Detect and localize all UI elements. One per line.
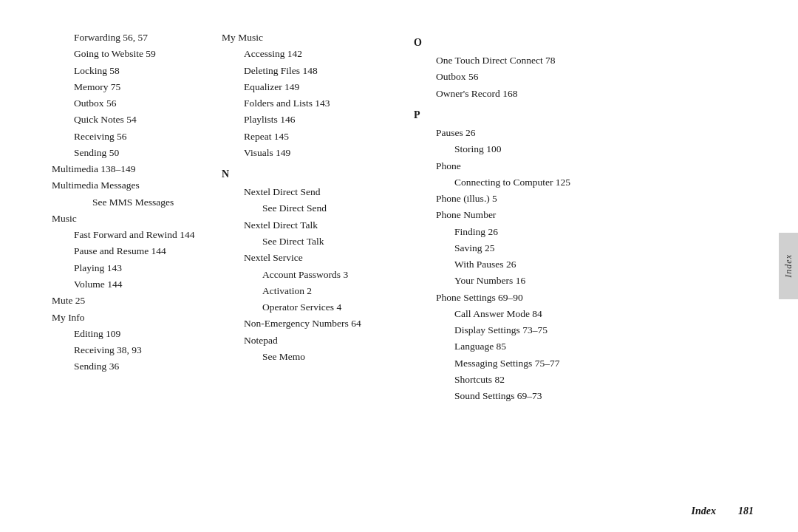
index-entry-sub: Outbox 56 bbox=[414, 69, 606, 85]
index-entry-sub: Folders and Lists 143 bbox=[222, 95, 399, 112]
index-entry-sub: Nextel Direct Talk bbox=[222, 217, 399, 233]
index-entry-sub2: Storing 100 bbox=[414, 141, 606, 157]
index-entry-sub: Memory 75 bbox=[52, 79, 207, 95]
index-entry-sub2: Messaging Settings 75–77 bbox=[414, 355, 606, 372]
index-entry-sub: Visuals 149 bbox=[222, 145, 399, 161]
side-tab-label: Index bbox=[783, 254, 794, 278]
index-entry-sub: Editing 109 bbox=[52, 326, 207, 342]
index-entry-sub: Repeat 145 bbox=[222, 129, 399, 145]
index-entry-main: My Info bbox=[52, 310, 207, 326]
page-footer: Index 181 bbox=[692, 505, 754, 517]
index-entry-sub: Phone Settings 69–90 bbox=[414, 290, 606, 306]
column-1: Forwarding 56, 57Going to Website 59Lock… bbox=[44, 30, 214, 488]
section-letter: N bbox=[222, 166, 399, 183]
index-entry-sub2: See Direct Talk bbox=[222, 233, 399, 250]
index-entry-sub: Going to Website 59 bbox=[52, 46, 207, 62]
column-2: My MusicAccessing 142Deleting Files 148E… bbox=[214, 30, 406, 488]
index-entry-sub: Sending 50 bbox=[52, 145, 207, 161]
index-entry-sub2: Language 85 bbox=[414, 338, 606, 355]
footer-index-label: Index bbox=[692, 505, 716, 517]
index-entry-sub2: Display Settings 73–75 bbox=[414, 322, 606, 338]
index-entry-sub: Deleting Files 148 bbox=[222, 63, 399, 79]
index-entry-sub: Phone (illus.) 5 bbox=[414, 191, 606, 207]
index-entry-sub2: With Pauses 26 bbox=[414, 256, 606, 273]
index-entry-sub: Sending 36 bbox=[52, 358, 207, 375]
index-entry-sub2: See Direct Send bbox=[222, 200, 399, 216]
index-entry-sub2: See MMS Messages bbox=[52, 194, 207, 211]
index-entry-sub2: Finding 26 bbox=[414, 224, 606, 240]
index-entry-sub: Playlists 146 bbox=[222, 112, 399, 128]
index-entry-sub: Playing 143 bbox=[52, 260, 207, 276]
index-entry-sub: Quick Notes 54 bbox=[52, 112, 207, 128]
index-entry-sub2: Shortcuts 82 bbox=[414, 372, 606, 388]
index-entry-main: Mute 25 bbox=[52, 293, 207, 309]
page-container: Forwarding 56, 57Going to Website 59Lock… bbox=[0, 0, 798, 532]
index-entry-sub: Receiving 38, 93 bbox=[52, 342, 207, 358]
footer-page-number: 181 bbox=[738, 505, 754, 517]
index-columns: Forwarding 56, 57Going to Website 59Lock… bbox=[44, 30, 754, 488]
index-entry-sub2: Saving 25 bbox=[414, 240, 606, 256]
index-entry-sub: Notepad bbox=[222, 332, 399, 349]
index-entry-sub: Pause and Resume 144 bbox=[52, 243, 207, 259]
index-entry-sub: Receiving 56 bbox=[52, 129, 207, 145]
index-entry-main: Music bbox=[52, 211, 207, 227]
index-entry-sub: Phone bbox=[414, 158, 606, 174]
index-entry-sub: Non-Emergency Numbers 64 bbox=[222, 316, 399, 332]
section-letter: P bbox=[414, 106, 606, 123]
index-entry-sub: Owner's Record 168 bbox=[414, 86, 606, 102]
index-entry-sub: Equalizer 149 bbox=[222, 79, 399, 95]
index-entry-sub: Nextel Service bbox=[222, 250, 399, 266]
index-entry-main: My Music bbox=[222, 30, 399, 46]
index-entry-sub2: Sound Settings 69–73 bbox=[414, 388, 606, 404]
index-entry-sub2: Connecting to Computer 125 bbox=[414, 174, 606, 191]
index-entry-sub: Nextel Direct Send bbox=[222, 184, 399, 200]
section-letter: O bbox=[414, 34, 606, 51]
index-entry-sub2: Your Numbers 16 bbox=[414, 273, 606, 289]
index-entry-sub: Fast Forward and Rewind 144 bbox=[52, 227, 207, 243]
index-entry-sub: Pauses 26 bbox=[414, 125, 606, 141]
index-entry-sub: Outbox 56 bbox=[52, 95, 207, 112]
index-entry-main: Multimedia Messages bbox=[52, 177, 207, 194]
index-entry-sub: Volume 144 bbox=[52, 276, 207, 293]
index-entry-sub: Locking 58 bbox=[52, 63, 207, 79]
index-entry-sub: Forwarding 56, 57 bbox=[52, 30, 207, 46]
index-entry-sub: Phone Number bbox=[414, 207, 606, 223]
index-entry-sub2: See Memo bbox=[222, 349, 399, 365]
index-entry-sub: One Touch Direct Connect 78 bbox=[414, 52, 606, 69]
index-entry-sub2: Account Passwords 3 bbox=[222, 267, 399, 283]
index-entry-main: Multimedia 138–149 bbox=[52, 161, 207, 177]
side-tab: Index bbox=[779, 233, 798, 299]
column-3: OOne Touch Direct Connect 78Outbox 56Own… bbox=[406, 30, 613, 488]
index-entry-sub2: Call Answer Mode 84 bbox=[414, 306, 606, 322]
index-entry-sub2: Activation 2 bbox=[222, 283, 399, 299]
index-entry-sub: Accessing 142 bbox=[222, 46, 399, 62]
index-entry-sub2: Operator Services 4 bbox=[222, 299, 399, 316]
